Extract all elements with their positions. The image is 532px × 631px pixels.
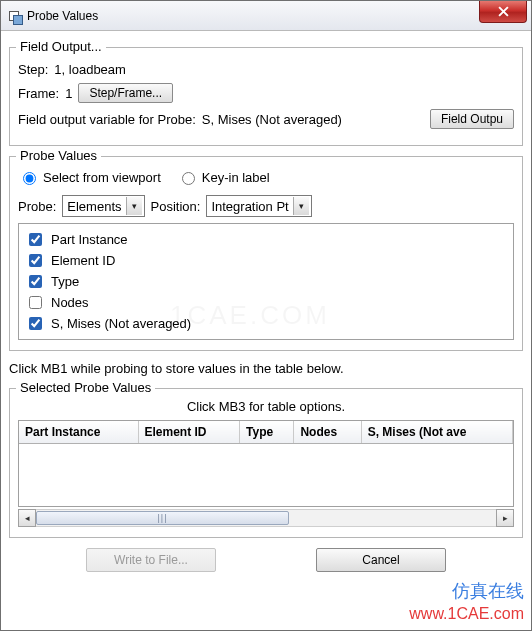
mb3-hint: Click MB3 for table options.: [18, 399, 514, 414]
radio-keyin-label: Key-in label: [202, 170, 270, 185]
mb1-hint: Click MB1 while probing to store values …: [9, 361, 523, 376]
check-s-mises[interactable]: S, Mises (Not averaged): [25, 314, 507, 333]
field-output-label: Field Output...: [16, 39, 106, 54]
close-button[interactable]: [479, 1, 527, 23]
probe-values-group: Probe Values Select from viewport Key-in…: [9, 156, 523, 351]
position-select-value: Integration Pt: [211, 199, 288, 214]
check-part-instance[interactable]: Part Instance: [25, 230, 507, 249]
col-s-mises[interactable]: S, Mises (Not ave: [361, 421, 512, 444]
step-label: Step:: [18, 62, 48, 77]
check-part-instance-box[interactable]: [29, 233, 42, 246]
col-type[interactable]: Type: [240, 421, 294, 444]
check-nodes-box[interactable]: [29, 296, 42, 309]
position-select[interactable]: Integration Pt ▾: [206, 195, 311, 217]
horizontal-scrollbar[interactable]: ◂ ||| ▸: [18, 509, 514, 527]
watermark-url: www.1CAE.com: [409, 605, 524, 623]
radio-viewport-label: Select from viewport: [43, 170, 161, 185]
step-value: 1, loadbeam: [54, 62, 126, 77]
scroll-left-icon[interactable]: ◂: [18, 509, 36, 527]
check-type-label: Type: [51, 274, 79, 289]
position-label: Position:: [151, 199, 201, 214]
results-table: Part Instance Element ID Type Nodes S, M…: [18, 420, 514, 507]
close-icon: [498, 6, 509, 17]
radio-keyin-input[interactable]: [182, 172, 195, 185]
scroll-thumb[interactable]: |||: [36, 511, 289, 525]
check-part-instance-label: Part Instance: [51, 232, 128, 247]
radio-select-viewport[interactable]: Select from viewport: [18, 169, 161, 185]
selected-probe-values-group: Selected Probe Values Click MB3 for tabl…: [9, 388, 523, 538]
col-part-instance[interactable]: Part Instance: [19, 421, 138, 444]
output-fields-checklist: Part Instance Element ID Type Nodes S, M…: [18, 223, 514, 340]
step-frame-button[interactable]: Step/Frame...: [78, 83, 173, 103]
selected-probe-values-label: Selected Probe Values: [16, 380, 155, 395]
probe-label: Probe:: [18, 199, 56, 214]
frame-value: 1: [65, 86, 72, 101]
check-element-id[interactable]: Element ID: [25, 251, 507, 270]
variable-value: S, Mises (Not averaged): [202, 112, 342, 127]
window-title: Probe Values: [27, 9, 98, 23]
check-element-id-box[interactable]: [29, 254, 42, 267]
check-type-box[interactable]: [29, 275, 42, 288]
probe-values-label: Probe Values: [16, 148, 101, 163]
col-element-id[interactable]: Element ID: [138, 421, 240, 444]
chevron-down-icon: ▾: [126, 197, 142, 215]
watermark-cn: 仿真在线: [452, 579, 524, 603]
check-type[interactable]: Type: [25, 272, 507, 291]
field-output-button[interactable]: Field Outpu: [430, 109, 514, 129]
check-s-mises-box[interactable]: [29, 317, 42, 330]
field-output-group: Field Output... Step: 1, loadbeam Frame:…: [9, 47, 523, 146]
frame-label: Frame:: [18, 86, 59, 101]
check-element-id-label: Element ID: [51, 253, 115, 268]
radio-keyin-label-item[interactable]: Key-in label: [177, 169, 270, 185]
probe-select[interactable]: Elements ▾: [62, 195, 144, 217]
scroll-track[interactable]: |||: [36, 509, 496, 527]
check-nodes[interactable]: Nodes: [25, 293, 507, 312]
cancel-button[interactable]: Cancel: [316, 548, 446, 572]
probe-select-value: Elements: [67, 199, 121, 214]
scroll-right-icon[interactable]: ▸: [496, 509, 514, 527]
check-nodes-label: Nodes: [51, 295, 89, 310]
col-nodes[interactable]: Nodes: [294, 421, 361, 444]
app-icon: [7, 9, 21, 23]
table-body-empty: [19, 444, 513, 506]
chevron-down-icon: ▾: [293, 197, 309, 215]
variable-label: Field output variable for Probe:: [18, 112, 196, 127]
write-to-file-button: Write to File...: [86, 548, 216, 572]
radio-viewport-input[interactable]: [23, 172, 36, 185]
check-s-mises-label: S, Mises (Not averaged): [51, 316, 191, 331]
